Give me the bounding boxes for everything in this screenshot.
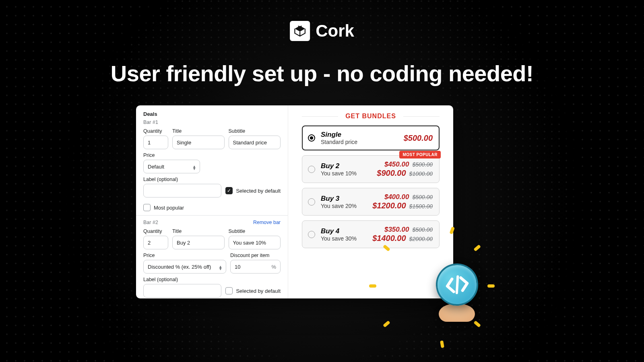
app-card: Deals Bar #1 Quantity 1 Title Single Sub… [136, 105, 453, 298]
checkbox-checked-icon [225, 187, 233, 194]
most-popular-checkbox[interactable]: Most popular [143, 204, 281, 211]
brand-name: Cork [316, 21, 354, 41]
quantity-input[interactable]: 1 [143, 136, 168, 149]
bundle-total-price: $1400.00 [372, 234, 406, 243]
title-label: Title [172, 128, 225, 134]
label-optional-input[interactable] [143, 284, 221, 298]
bundle-total-price: $900.00 [377, 169, 406, 178]
bundle-total-strike: $1000.00 [409, 171, 433, 177]
bundle-option-single[interactable]: Single Standard price $500.00 [302, 125, 440, 150]
bundle-unit-strike: $500.00 [412, 161, 433, 168]
bundles-heading: GET BUNDLES [302, 113, 440, 120]
checkbox-empty-icon [143, 204, 151, 211]
settings-panel: Deals Bar #1 Quantity 1 Title Single Sub… [136, 105, 288, 298]
bundle-title: Single [321, 131, 398, 139]
bundle-unit-price: $350.00 [384, 226, 409, 234]
radio-selected-icon [308, 134, 315, 142]
radio-icon [308, 166, 315, 173]
title-label: Title [172, 228, 225, 234]
subtitle-input[interactable]: Standard price [229, 136, 281, 149]
bundle-unit-strike: $500.00 [412, 194, 433, 200]
divider [136, 215, 288, 216]
bar-1-title: Bar #1 [143, 119, 158, 125]
bar-1: Bar #1 Quantity 1 Title Single Subtitle … [143, 119, 281, 211]
bundle-total-strike: $2000.00 [409, 236, 433, 242]
bundle-title: Buy 4 [321, 227, 367, 235]
bundle-title: Buy 3 [321, 195, 367, 203]
code-illustration [423, 250, 491, 319]
bundle-total-price: $1200.00 [372, 201, 406, 210]
bar-2: Bar #2 Remove bar Quantity 2 Title Buy 2… [143, 220, 281, 298]
remove-bar-link[interactable]: Remove bar [253, 220, 281, 225]
bundle-unit-strike: $500.00 [412, 226, 433, 233]
quantity-label: Quantity [143, 228, 168, 234]
chevron-updown-icon: ▴▾ [193, 164, 196, 169]
label-optional-input[interactable] [143, 184, 221, 197]
bundle-option-buy4[interactable]: Buy 4 You save 30% $350.00$500.00 $1400.… [302, 220, 440, 248]
brand-logo: Cork [290, 21, 354, 41]
box-icon [290, 21, 310, 41]
bundle-unit-price: $400.00 [384, 193, 409, 201]
discount-per-item-label: Discount per item [230, 253, 281, 258]
radio-icon [308, 198, 315, 206]
subtitle-input[interactable]: You save 10% [229, 236, 281, 249]
bundle-option-buy3[interactable]: Buy 3 You save 20% $400.00$500.00 $1200.… [302, 188, 440, 216]
bundle-title: Buy 2 [321, 162, 371, 170]
label-optional-label: Label (optional) [143, 277, 281, 282]
most-popular-badge: MOST POPULAR [399, 151, 441, 158]
quantity-input[interactable]: 2 [143, 236, 168, 249]
checkbox-empty-icon [225, 287, 233, 294]
discount-per-item-input[interactable]: 10 % [230, 260, 281, 274]
price-select[interactable]: Default ▴▾ [143, 160, 200, 173]
bundle-price: $500.00 [404, 134, 433, 143]
bundle-subtitle: You save 30% [321, 235, 367, 242]
bundle-subtitle: You save 20% [321, 203, 367, 209]
subtitle-label: Subtitle [229, 128, 281, 134]
bundle-option-buy2[interactable]: MOST POPULAR Buy 2 You save 10% $450.00$… [302, 155, 440, 183]
headline: User friendly set up - no coding needed! [111, 60, 533, 86]
subtitle-label: Subtitle [229, 228, 281, 234]
radio-icon [308, 231, 315, 238]
bar-2-title: Bar #2 [143, 220, 158, 225]
price-label: Price [143, 152, 200, 158]
bundle-subtitle: Standard price [321, 139, 398, 145]
title-input[interactable]: Buy 2 [172, 236, 225, 249]
selected-by-default-checkbox[interactable]: Selected by default [225, 187, 281, 194]
price-select[interactable]: Discounted % (ex. 25% off) ▴▾ [143, 260, 226, 274]
bundle-unit-price: $450.00 [384, 160, 409, 169]
quantity-label: Quantity [143, 128, 168, 134]
bundle-subtitle: You save 10% [321, 170, 371, 177]
bundle-total-strike: $1500.00 [409, 203, 433, 210]
selected-by-default-checkbox[interactable]: Selected by default [225, 287, 281, 294]
price-label: Price [143, 253, 226, 258]
title-input[interactable]: Single [172, 136, 225, 149]
label-optional-label: Label (optional) [143, 177, 281, 182]
chevron-updown-icon: ▴▾ [219, 264, 222, 269]
deals-heading: Deals [143, 111, 281, 117]
